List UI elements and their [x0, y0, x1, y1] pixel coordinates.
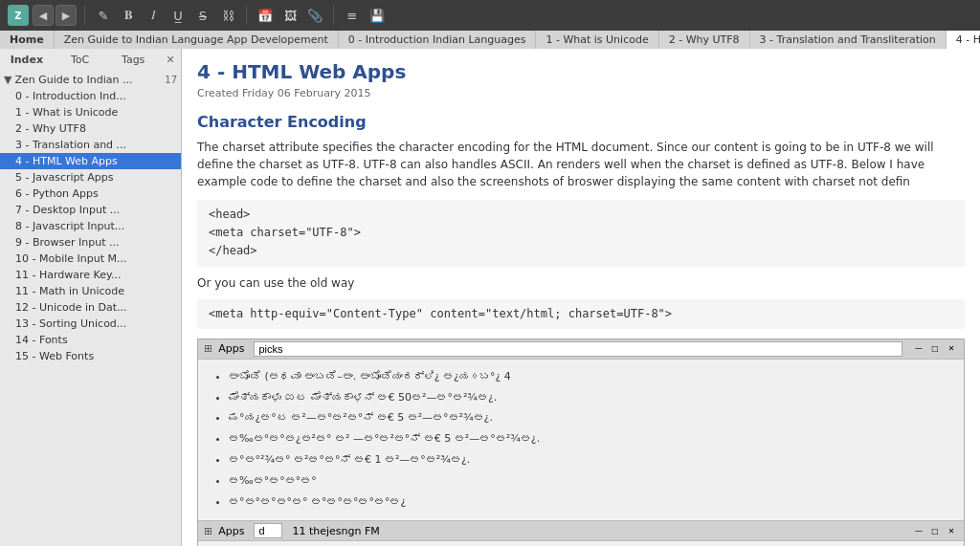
sidebar-tabs-row: Index ToC Tags ✕ — [0, 49, 181, 70]
tab-home[interactable]: Home — [0, 31, 55, 49]
tree-item-7[interactable]: 7 - Desktop Input ... — [0, 202, 181, 218]
maximize-btn-1[interactable]: □ — [928, 342, 942, 356]
tree-item-6[interactable]: 6 - Python Apps — [0, 186, 181, 202]
tree-parent-zen[interactable]: ▼ Zen Guide to Indian ... 17 — [0, 72, 181, 88]
screenshot-2-extra: 11 thejesngn FM — [292, 525, 379, 537]
between-text: Or you can use the old way — [197, 276, 965, 290]
screenshot-1-item-4: ಅ°ಅ°²¾ಅ° ಅ²ಅ°ಅ°ನ್ ಅ€ 1 ಅ²—ಅ°ಅ²¾ಅ¿. — [229, 450, 952, 470]
bullet-icon[interactable]: ≡ — [342, 5, 363, 26]
app-logo: Z — [8, 5, 29, 26]
close-btn-2[interactable]: ✕ — [945, 524, 958, 537]
tree-parent-count: 17 — [165, 75, 177, 85]
tab-utf8[interactable]: 2 - Why UTF8 — [659, 31, 750, 49]
section-title: Character Encoding — [197, 113, 965, 131]
tree-item-12[interactable]: 11 - Math in Unicode — [0, 283, 181, 299]
screenshot-2-search-input[interactable] — [254, 523, 282, 538]
screenshot-1-header: ⊞ Apps — □ ✕ — [198, 339, 964, 360]
screenshot-1-item-5: ಅ‰ಅ°ಅ°ಅ°ಅ° — [229, 471, 952, 491]
code-block-2: <meta http-equiv="Content-Type" content=… — [197, 299, 965, 329]
tab-intro[interactable]: 0 - Introduction Indian Languages — [339, 31, 537, 49]
tree-item-11[interactable]: 11 - Hardware Key... — [0, 267, 181, 283]
code-line-2: <meta charset="UTF-8"> — [209, 224, 953, 242]
content-area: 4 - HTML Web Apps Created Friday 06 Febr… — [182, 49, 980, 546]
screenshot-1-search-input[interactable] — [254, 341, 902, 357]
page-date: Created Friday 06 February 2015 — [197, 87, 965, 99]
page-tab-bar: Home Zen Guide to Indian Language App De… — [0, 31, 980, 49]
strikethrough-icon[interactable]: S̶ — [192, 5, 213, 26]
tab-unicode[interactable]: 1 - What is Unicode — [536, 31, 658, 49]
maximize-btn-2[interactable]: □ — [928, 524, 942, 537]
tree-item-1[interactable]: 1 - What is Unicode — [0, 104, 181, 120]
screenshot-1: ⊞ Apps — □ ✕ ಅಂಬೊಡೆ (ಅಥವಾ ಅಂಬಡೆ–ಅಂ. ಅಂಬೊ… — [197, 339, 965, 546]
separator2 — [246, 6, 247, 25]
sidebar-tab-index[interactable]: Index — [0, 50, 54, 70]
tree-item-0[interactable]: 0 - Introduction Ind... — [0, 88, 181, 104]
tree-item-15[interactable]: 14 - Fonts — [0, 332, 181, 348]
attachment-icon[interactable]: 📎 — [304, 5, 325, 26]
screenshot-2-label: Apps — [218, 525, 244, 537]
content-paragraph: The charset attribute specifies the char… — [197, 139, 965, 190]
tree-item-13[interactable]: 12 - Unicode in Dat... — [0, 299, 181, 316]
tab-translation[interactable]: 3 - Translation and Transliteration — [750, 31, 947, 49]
back-button[interactable]: ◀ — [33, 5, 54, 26]
sidebar-tab-tags[interactable]: Tags — [106, 50, 160, 70]
screenshot-1-controls: — □ ✕ — [912, 342, 958, 356]
separator3 — [333, 6, 334, 25]
page-title: 4 - HTML Web Apps — [197, 60, 965, 83]
tree-parent-label: Zen Guide to Indian ... — [14, 74, 132, 86]
screenshot-1-item-2: ಮ°ಯ¿ಅ°ಟ ಅ²—ಅ°ಅ²ಅ°ನ್ ಅ€ 5 ಅ²—ಅ°ಅ²¾ಅ¿. — [229, 408, 952, 427]
sidebar: Index ToC Tags ✕ ▼ Zen Guide to Indian .… — [0, 49, 182, 546]
link-icon[interactable]: ⛓ — [217, 5, 238, 26]
screenshot-2-controls: — □ ✕ — [912, 524, 958, 537]
image-icon[interactable]: 🖼 — [279, 5, 301, 26]
apps-grid-icon: ⊞ — [204, 342, 212, 355]
screenshot-1-item-6: ಅ°ಅ°ಅ°ಅ°ಅ° ಅ°ಅ°ಅ°ಅ°ಅ°ಅ¿ — [229, 492, 952, 512]
tree-arrow-icon: ▼ — [4, 74, 11, 86]
screenshot-2-header: ⊞ Apps 11 thejesngn FM — □ ✕ — [198, 520, 964, 541]
underline-icon[interactable]: U̲ — [167, 5, 189, 26]
sidebar-close-button[interactable]: ✕ — [162, 51, 179, 68]
edit-icon[interactable]: ✎ — [93, 5, 114, 26]
forward-button[interactable]: ▶ — [56, 5, 77, 26]
italic-icon[interactable]: 𝐼 — [143, 5, 164, 26]
tree-item-2[interactable]: 2 - Why UTF8 — [0, 120, 181, 137]
tree-item-14[interactable]: 13 - Sorting Unicod... — [0, 316, 181, 332]
tree-item-16[interactable]: 15 - Web Fonts — [0, 348, 181, 364]
screenshot-1-content: ಅಂಬೊಡೆ (ಅಥವಾ ಅಂಬಡೆ–ಅಂ. ಅಂಬೊಡೆಯಂದರ್ಲಿ¿ ಅ¿… — [198, 360, 964, 521]
tree-item-8[interactable]: 8 - Javascript Input... — [0, 218, 181, 234]
calendar-icon[interactable]: 📅 — [255, 5, 276, 26]
nav-buttons: ◀ ▶ — [33, 5, 77, 26]
screenshot-1-item-1: ಮೆಂತ್ಯಕಾಳು ಐಟ ಮೆಂತ್ಯಕಾಳನ್ ಅ€ 50ಅ²—ಅ°ಅ²¾ಅ… — [229, 388, 952, 407]
minimize-btn-1[interactable]: — — [912, 342, 925, 356]
code-line-3: </head> — [209, 242, 953, 260]
code-line-1: <head> — [209, 206, 953, 224]
apps-grid-icon-2: ⊞ — [204, 525, 212, 537]
minimize-btn-2[interactable]: — — [912, 524, 925, 537]
code-line-meta: <meta http-equiv="Content-Type" content=… — [209, 305, 953, 323]
tree-item-5[interactable]: 5 - Javascript Apps — [0, 169, 181, 186]
tree-item-4[interactable]: 4 - HTML Web Apps — [0, 153, 181, 169]
screenshot-1-item-3: ಅ‰ಅ°ಅ°ಅ¿ಅ²ಅ° ಅ² —ಅ°ಅ²ಅ°ನ್ ಅ€ 5 ಅ²—ಅ°ಅ²¾ಅ… — [229, 429, 952, 448]
bold-icon[interactable]: 𝐁 — [118, 5, 139, 26]
tree-item-9[interactable]: 9 - Browser Input ... — [0, 234, 181, 251]
save-icon[interactable]: 💾 — [367, 5, 388, 26]
sidebar-tab-toc[interactable]: ToC — [54, 50, 107, 70]
sidebar-tree: ▼ Zen Guide to Indian ... 17 0 - Introdu… — [0, 70, 181, 546]
tree-item-3[interactable]: 3 - Translation and ... — [0, 137, 181, 153]
code-block-1: <head> <meta charset="UTF-8"> </head> — [197, 200, 965, 267]
close-btn-1[interactable]: ✕ — [945, 342, 958, 356]
title-bar: Z ◀ ▶ ✎ 𝐁 𝐼 U̲ S̶ ⛓ 📅 🖼 📎 ≡ 💾 — [0, 0, 980, 31]
screenshot-1-title: Apps — [218, 342, 244, 355]
separator1 — [84, 6, 85, 25]
tab-html-web[interactable]: 4 - HTML Web ... — [947, 31, 980, 49]
tab-zen-guide[interactable]: Zen Guide to Indian Language App Develop… — [55, 31, 339, 49]
tree-item-10[interactable]: 10 - Mobile Input M... — [0, 251, 181, 267]
main-layout: Index ToC Tags ✕ ▼ Zen Guide to Indian .… — [0, 49, 980, 546]
screenshot-1-item-0: ಅಂಬೊಡೆ (ಅಥವಾ ಅಂಬಡೆ–ಅಂ. ಅಂಬೊಡೆಯಂದರ್ಲಿ¿ ಅ¿… — [229, 367, 952, 386]
screenshot-2-content: ಈರುಳ್ಳಿ (ಚಿಕ್ಕದಾಗಿ ಒಕ್ಕರಿಸಿದ್ದು) 4 ಹುಣಸೆ… — [198, 541, 964, 546]
